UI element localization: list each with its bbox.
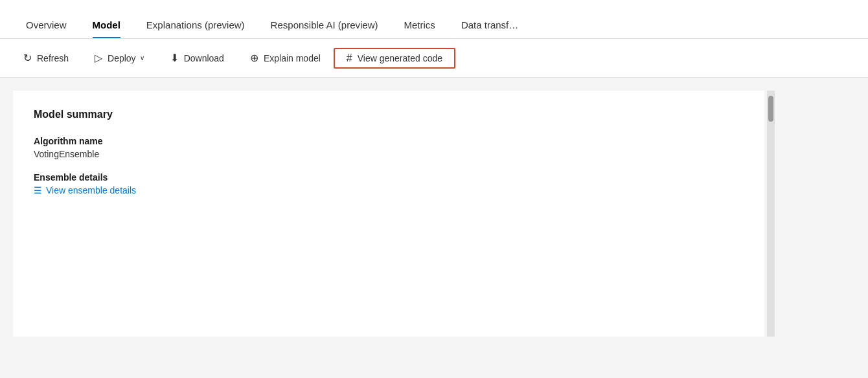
tab-metrics[interactable]: Metrics (391, 19, 448, 38)
scrollbar-track (767, 91, 775, 337)
ensemble-label: Ensemble details (34, 172, 744, 183)
view-code-label: View generated code (358, 53, 442, 63)
download-label: Download (184, 53, 224, 63)
deploy-label: Deploy (108, 53, 136, 63)
download-icon: ⬇ (170, 53, 179, 63)
view-generated-code-button[interactable]: # View generated code (334, 48, 455, 69)
refresh-icon: ↻ (23, 53, 32, 63)
tab-explanations[interactable]: Explanations (preview) (133, 19, 258, 38)
code-icon: # (347, 53, 352, 63)
tab-data-transf[interactable]: Data transf… (448, 19, 531, 38)
tab-model[interactable]: Model (80, 19, 133, 38)
ensemble-link-text: View ensemble details (46, 185, 136, 195)
explain-icon: ⊕ (250, 53, 258, 63)
content-panel: Model summary Algorithm name VotingEnsem… (13, 91, 764, 337)
list-icon: ☰ (34, 185, 42, 195)
deploy-icon: ▷ (95, 53, 102, 63)
toolbar: ↻ Refresh ▷ Deploy ∨ ⬇ Download ⊕ Explai… (0, 39, 868, 78)
main-content: Model summary Algorithm name VotingEnsem… (0, 78, 868, 350)
tab-responsible-ai[interactable]: Responsible AI (preview) (258, 19, 391, 38)
algorithm-value: VotingEnsemble (34, 149, 744, 159)
algorithm-label: Algorithm name (34, 136, 744, 146)
nav-tabs: Overview Model Explanations (preview) Re… (0, 0, 868, 39)
download-button[interactable]: ⬇ Download (157, 48, 237, 69)
scrollbar-thumb[interactable] (768, 96, 773, 122)
explain-model-button[interactable]: ⊕ Explain model (237, 48, 334, 69)
refresh-button[interactable]: ↻ Refresh (10, 48, 82, 69)
section-title: Model summary (34, 109, 744, 120)
explain-label: Explain model (264, 53, 321, 63)
deploy-dropdown-arrow: ∨ (140, 54, 144, 61)
refresh-label: Refresh (37, 53, 69, 63)
view-ensemble-details-link[interactable]: ☰ View ensemble details (34, 185, 744, 195)
deploy-button[interactable]: ▷ Deploy ∨ (82, 48, 157, 69)
tab-overview[interactable]: Overview (13, 19, 80, 38)
